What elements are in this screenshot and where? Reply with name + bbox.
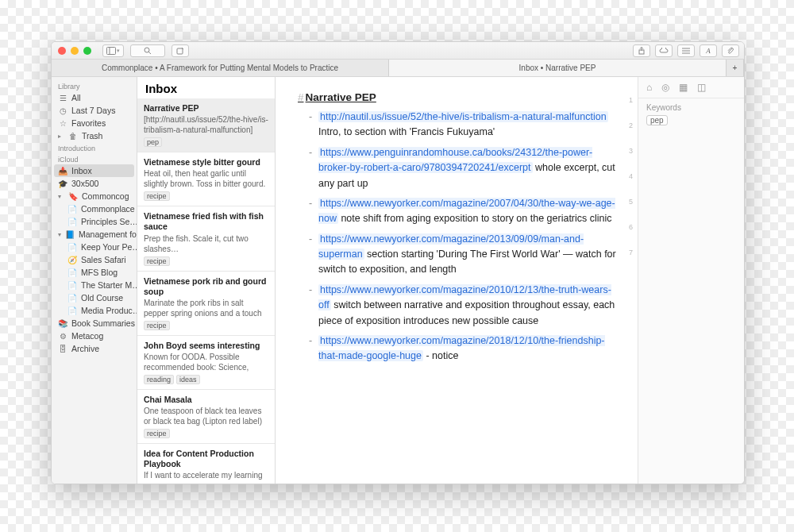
note-item[interactable]: Vietnamese fried fish with fish saucePre… (137, 206, 275, 271)
link[interactable]: http://nautil.us/issue/52/the-hive/is-tr… (318, 111, 608, 122)
note-item[interactable]: Vietnamese style bitter gourdHeat oil, t… (137, 152, 275, 206)
app-window: ▾ A Commonplace • A Fra (51, 41, 745, 484)
note-item-title: Vietnamese pork rib and gourd soup (144, 276, 268, 297)
new-tab-button[interactable]: + (727, 60, 744, 76)
tag[interactable]: recipe (144, 256, 170, 266)
sidebar-item-commoncog[interactable]: ▾🔖Commoncog (52, 190, 137, 202)
bullet-text: switch between narrative and exposition … (318, 299, 615, 326)
note-item[interactable]: Idea for Content Production PlaybookIf I… (137, 444, 275, 484)
image-icon[interactable]: ▦ (679, 82, 688, 93)
sidebar-header-intro: Introduction (52, 142, 137, 153)
titlebar-right-tools: A (633, 44, 739, 57)
close-icon[interactable] (58, 47, 66, 55)
format-button[interactable]: A (700, 44, 717, 57)
sidebar-item-principles[interactable]: 📄Principles Se… (52, 215, 137, 228)
bullet-item: -https://www.penguinrandomhouse.ca/books… (309, 145, 623, 191)
sidebar-item-all[interactable]: ☰All (52, 91, 137, 104)
doc-icon: 📄 (67, 242, 77, 252)
note-item[interactable]: Chai MasalaOne teaspoon of black tea lea… (137, 390, 275, 444)
sidebar-item-archive[interactable]: 🗄Archive (52, 342, 137, 355)
sidebar-item-oldcourse[interactable]: 📄Old Course (52, 291, 137, 304)
tab-0[interactable]: Commonplace • A Framework for Putting Me… (52, 60, 389, 76)
sidebar-item-book[interactable]: 📚Book Summaries (52, 317, 137, 330)
minimize-icon[interactable] (71, 47, 79, 55)
sidebar-label: The Starter M… (81, 280, 137, 290)
sidebar-item-starter[interactable]: 📄The Starter M… (52, 279, 137, 291)
sidebar-item-30x500[interactable]: 🎓30x500 (52, 177, 137, 190)
book-icon: 📘 (65, 229, 75, 239)
note-item-title: John Boyd seems interesting (144, 341, 268, 351)
cap-icon: 🎓 (58, 179, 67, 188)
sidebar-item-mfs[interactable]: 📄MFS Blog (52, 266, 137, 279)
bullet-body[interactable]: https://www.newyorker.com/magazine/2007/… (318, 196, 623, 227)
info-icon[interactable]: ◫ (697, 82, 706, 93)
note-item[interactable]: John Boyd seems interestingKnown for OOD… (137, 336, 275, 390)
content: Library ☰All ◷Last 7 Days ☆Favorites ▸🗑T… (52, 77, 744, 484)
tag[interactable]: recipe (144, 429, 170, 438)
attach-button[interactable] (722, 44, 739, 57)
note-item-title: Chai Masala (144, 395, 268, 405)
tag[interactable]: recipe (144, 321, 170, 330)
tag[interactable]: reading (144, 375, 174, 384)
tab-1[interactable]: Inbox • Narrative PEP (389, 60, 727, 76)
keyword-tag[interactable]: pep (646, 115, 668, 125)
sidebar-item-inbox[interactable]: 📥Inbox (54, 164, 134, 177)
compass-icon: 🧭 (67, 255, 77, 264)
link[interactable]: https://www.newyorker.com/magazine/2018/… (318, 335, 605, 361)
inspector-tabs: ⌂ ◎ ▦ ◫ (638, 77, 744, 98)
share-button[interactable] (633, 44, 650, 57)
note-item[interactable]: Vietnamese pork rib and gourd soupMarina… (137, 272, 275, 336)
target-icon[interactable]: ◎ (661, 82, 669, 93)
sidebar-label: Old Course (81, 293, 123, 303)
sidebar: Library ☰All ◷Last 7 Days ☆Favorites ▸🗑T… (52, 77, 137, 484)
tag[interactable]: recipe (144, 191, 170, 201)
sidebar-label: Keep Your Pe… (81, 242, 137, 252)
sidebar-item-favorites[interactable]: ☆Favorites (52, 117, 137, 129)
editor-area: #Narrative PEP -http://nautil.us/issue/5… (276, 77, 744, 484)
sidebar-item-trash[interactable]: ▸🗑Trash (52, 129, 137, 142)
sidebar-item-safari[interactable]: 🧭Sales Safari (52, 253, 137, 266)
doc-icon: 📄 (67, 217, 77, 226)
bullet-body[interactable]: https://www.newyorker.com/magazine/2013/… (318, 232, 623, 278)
search-button[interactable] (130, 44, 165, 57)
doc-icon: 📄 (67, 268, 77, 277)
trash-icon: 🗑 (68, 131, 78, 141)
compose-button[interactable] (172, 44, 189, 57)
svg-rect-0 (107, 47, 116, 54)
zoom-icon[interactable] (83, 47, 91, 55)
bullet-body[interactable]: http://nautil.us/issue/52/the-hive/is-tr… (318, 110, 623, 141)
sidebar-label: 30x500 (71, 179, 98, 188)
notelist-scroll[interactable]: Narrative PEP[http://nautil.us/issue/52/… (137, 98, 275, 484)
note-item-preview: If I want to accelerate my learning ove… (144, 470, 268, 484)
sidebar-item-commonplace[interactable]: 📄Commonplace (52, 202, 137, 215)
sidebar-label: MFS Blog (81, 268, 118, 277)
note-title: #Narrative PEP (298, 91, 623, 103)
bullet-item: -https://www.newyorker.com/magazine/2007… (309, 196, 623, 227)
note-item[interactable]: Narrative PEP[http://nautil.us/issue/52/… (137, 98, 275, 152)
note-item-tags: pep (144, 137, 268, 147)
tag[interactable]: ideas (176, 375, 200, 384)
doc-icon: 📄 (67, 306, 77, 315)
note-item-preview: Heat oil, then heat garlic until slightl… (144, 168, 268, 189)
bullet-item: -https://www.newyorker.com/magazine/2018… (309, 333, 623, 364)
sidebar-toggle-button[interactable]: ▾ (102, 44, 124, 57)
sidebar-item-media[interactable]: 📄Media Produc… (52, 304, 137, 317)
bullet-body[interactable]: https://www.newyorker.com/magazine/2010/… (318, 283, 623, 329)
bullet-item: -https://www.newyorker.com/magazine/2010… (309, 283, 623, 329)
list-button[interactable] (677, 44, 695, 57)
sidebar-item-keep[interactable]: 📄Keep Your Pe… (52, 241, 137, 253)
tag-icon[interactable]: ⌂ (646, 82, 652, 93)
cloud-button[interactable] (655, 44, 673, 57)
editor-body[interactable]: #Narrative PEP -http://nautil.us/issue/5… (276, 77, 638, 484)
sidebar-label: Media Produc… (81, 306, 137, 315)
book-icon: 📚 (58, 318, 67, 328)
tag[interactable]: pep (144, 137, 162, 147)
clock-icon: ◷ (58, 106, 67, 115)
dash-icon: - (309, 196, 318, 227)
bullet-body[interactable]: https://www.newyorker.com/magazine/2018/… (318, 333, 623, 364)
sidebar-item-management[interactable]: ▾📘Management for… (52, 228, 137, 241)
bullet-body[interactable]: https://www.penguinrandomhouse.ca/books/… (318, 145, 623, 191)
sidebar-item-metacog[interactable]: ⚙Metacog (52, 330, 137, 342)
sidebar-item-last7[interactable]: ◷Last 7 Days (52, 104, 137, 117)
traffic-lights (58, 47, 91, 55)
